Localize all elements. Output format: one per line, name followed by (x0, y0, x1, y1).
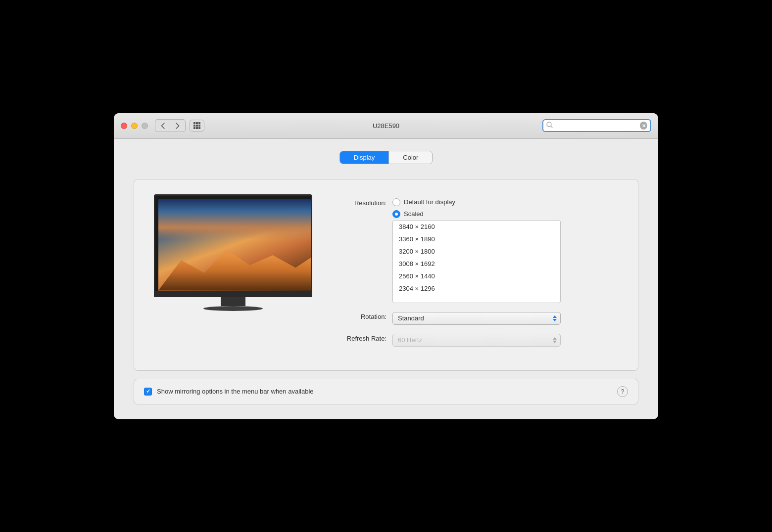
list-item[interactable]: 3200 × 1800 (393, 245, 560, 258)
main-panel: Resolution: Default for display Scaled (134, 179, 638, 371)
tab-color[interactable]: Color (389, 151, 432, 164)
grid-icon (193, 122, 200, 129)
rotation-label: Rotation: (332, 312, 386, 320)
list-item[interactable]: 3840 × 2160 (393, 221, 560, 233)
close-button[interactable] (121, 123, 127, 129)
content-area: Display Color (114, 139, 658, 419)
nav-buttons (155, 119, 186, 132)
monitor (154, 194, 312, 311)
checkmark-icon: ✓ (146, 389, 150, 394)
resolution-default-radio[interactable] (392, 198, 400, 206)
refresh-rate-label: Refresh Rate: (332, 334, 386, 342)
resolution-scaled-radio[interactable] (392, 210, 400, 218)
forward-button[interactable] (170, 120, 185, 132)
search-icon (546, 122, 553, 130)
window: U28E590 ✕ Display Color (114, 113, 658, 419)
tab-bar: Display Color (134, 151, 638, 164)
resolution-scaled-option[interactable]: Scaled (392, 210, 561, 218)
monitor-neck (221, 297, 245, 306)
monitor-frame (154, 194, 312, 292)
rotation-dropdown-wrapper: Standard90°180°270° (392, 312, 561, 325)
bottom-bar: ✓ Show mirroring options in the menu bar… (134, 379, 638, 404)
grid-view-button[interactable] (190, 120, 204, 132)
resolution-default-option[interactable]: Default for display (392, 198, 561, 206)
search-box[interactable]: ✕ (542, 119, 651, 132)
monitor-stand (203, 306, 263, 311)
resolution-options: Default for display Scaled 3840 × 216033… (392, 198, 561, 303)
segment-wrapper: Display Color (339, 151, 433, 164)
list-item[interactable]: 2560 × 1440 (393, 270, 560, 282)
resolution-list[interactable]: 3840 × 21603360 × 18903200 × 18003008 × … (392, 220, 561, 303)
tab-display[interactable]: Display (340, 151, 389, 164)
resolution-row: Resolution: Default for display Scaled (332, 198, 618, 303)
resolution-label: Resolution: (332, 198, 386, 207)
window-title: U28E590 (373, 122, 399, 130)
resolution-radio-group: Default for display Scaled (392, 198, 561, 218)
refresh-rate-select[interactable]: 60 Hertz (392, 334, 561, 347)
refresh-rate-row: Refresh Rate: 60 Hertz (332, 334, 618, 347)
mirroring-checkbox[interactable]: ✓ (144, 388, 152, 396)
list-item[interactable]: 3008 × 1692 (393, 258, 560, 270)
help-button[interactable]: ? (617, 386, 628, 397)
mirroring-label: Show mirroring options in the menu bar w… (157, 388, 314, 395)
back-button[interactable] (155, 120, 170, 132)
mirroring-checkbox-row[interactable]: ✓ Show mirroring options in the menu bar… (144, 388, 314, 396)
refresh-rate-dropdown-wrapper: 60 Hertz (392, 334, 561, 347)
resolution-scaled-label: Scaled (404, 210, 424, 218)
rotation-row: Rotation: Standard90°180°270° (332, 312, 618, 325)
display-controls: Resolution: Default for display Scaled (332, 194, 618, 355)
monitor-bezel-bottom (154, 292, 312, 297)
panel-inner: Resolution: Default for display Scaled (154, 194, 618, 355)
monitor-illustration (154, 194, 312, 311)
maximize-button[interactable] (142, 123, 148, 129)
list-item[interactable]: 3360 × 1890 (393, 233, 560, 245)
monitor-screen (158, 199, 311, 291)
resolution-default-label: Default for display (404, 198, 455, 206)
traffic-lights (121, 123, 148, 129)
search-clear-button[interactable]: ✕ (640, 122, 647, 130)
minimize-button[interactable] (131, 123, 138, 129)
list-item[interactable]: 2304 × 1296 (393, 282, 560, 295)
rotation-select[interactable]: Standard90°180°270° (392, 312, 561, 325)
search-input[interactable] (555, 122, 638, 130)
titlebar: U28E590 ✕ (114, 113, 658, 139)
